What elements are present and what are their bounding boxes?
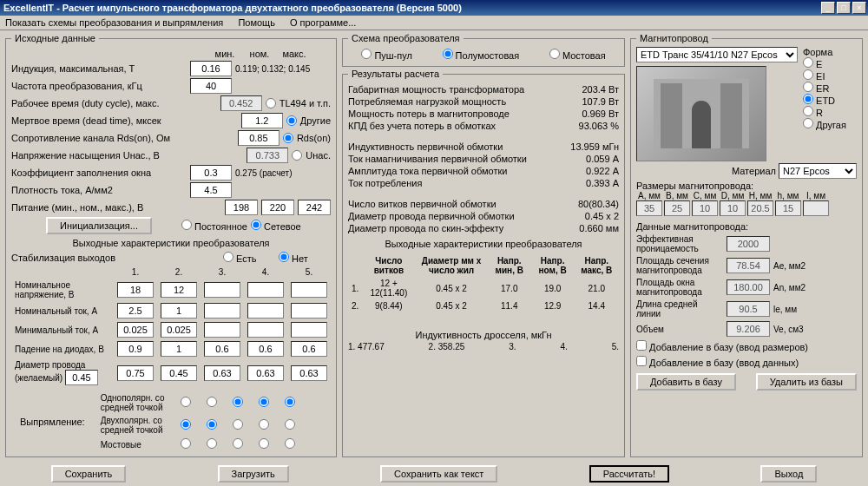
stab-no-radio[interactable]	[279, 252, 289, 262]
wire-3[interactable]	[204, 365, 240, 381]
wire-1[interactable]	[117, 365, 154, 381]
duty-tl494-radio[interactable]	[266, 98, 276, 108]
shape-e-radio[interactable]	[803, 57, 813, 68]
save-text-button[interactable]: Сохранить как текст	[380, 465, 497, 483]
minimize-button[interactable]: _	[821, 2, 835, 14]
vnom-5[interactable]	[291, 282, 327, 298]
inom-1[interactable]	[117, 303, 154, 319]
kfill-input[interactable]	[190, 165, 232, 181]
imin-5[interactable]	[291, 322, 327, 338]
rect3-3[interactable]	[233, 438, 243, 449]
rect2-4[interactable]	[259, 419, 269, 430]
rect1-1[interactable]	[181, 397, 191, 407]
wire-4[interactable]	[247, 365, 284, 381]
rect1-3[interactable]	[233, 397, 243, 407]
unas-input[interactable]	[247, 148, 288, 163]
scheme-push-radio[interactable]	[361, 49, 372, 59]
rect2-5[interactable]	[285, 419, 295, 430]
jdens-input[interactable]	[190, 182, 232, 198]
inom-3[interactable]	[204, 303, 240, 319]
calc-button[interactable]: Рассчитать!	[589, 465, 669, 483]
rect3-1[interactable]	[181, 438, 191, 449]
duty-input[interactable]	[220, 95, 262, 111]
ve-input[interactable]	[727, 321, 770, 337]
wire-5[interactable]	[291, 365, 327, 381]
close-button[interactable]: ×	[852, 2, 866, 14]
inom-5[interactable]	[291, 303, 327, 319]
exit-button[interactable]: Выход	[760, 465, 817, 483]
del-db-button[interactable]: Удалить из базы	[756, 373, 857, 391]
rect1-4[interactable]	[259, 397, 269, 407]
rect1-5[interactable]	[285, 397, 295, 407]
psu-min[interactable]	[225, 200, 258, 215]
size-b[interactable]	[664, 200, 690, 216]
dead-input[interactable]	[241, 113, 283, 128]
unas-radio[interactable]	[292, 150, 302, 161]
diode-3[interactable]	[204, 341, 240, 357]
scheme-full-radio[interactable]	[549, 49, 560, 59]
shape-etd-radio[interactable]	[803, 94, 813, 104]
size-d[interactable]	[720, 200, 746, 216]
diode-2[interactable]	[161, 341, 197, 357]
rect3-2[interactable]	[207, 438, 217, 449]
shape-other-radio[interactable]	[803, 118, 813, 128]
menu-schemes[interactable]: Показать схемы преобразования и выпрямле…	[5, 17, 223, 28]
freq-input[interactable]	[190, 78, 232, 94]
diode-1[interactable]	[117, 341, 154, 357]
induction-input[interactable]	[190, 61, 232, 76]
shape-r-radio[interactable]	[803, 106, 813, 116]
vnom-1[interactable]	[117, 282, 154, 298]
psu-nom[interactable]	[261, 200, 294, 215]
rect2-3[interactable]	[233, 419, 243, 430]
vnom-3[interactable]	[204, 282, 240, 298]
maximize-button[interactable]: □	[837, 2, 851, 14]
diode-5[interactable]	[291, 341, 327, 357]
size-c[interactable]	[692, 200, 718, 216]
rect2-1[interactable]	[181, 419, 191, 430]
mat-select[interactable]: N27 Epcos	[779, 163, 857, 179]
rds-radio[interactable]	[283, 133, 293, 143]
inom-2[interactable]	[161, 303, 197, 319]
src-mains-radio[interactable]	[251, 220, 261, 230]
rect3-5[interactable]	[285, 438, 295, 449]
le-input[interactable]	[727, 301, 770, 317]
load-button[interactable]: Загрузить	[218, 465, 289, 483]
dead-other-radio[interactable]	[286, 115, 297, 126]
size-h[interactable]	[775, 200, 801, 216]
imin-1[interactable]	[117, 322, 154, 338]
vnom-2[interactable]	[161, 282, 197, 298]
wire-2[interactable]	[161, 365, 197, 381]
pload-value: 107.9 Вт	[549, 96, 619, 107]
ae-input[interactable]	[727, 258, 770, 273]
rds-input[interactable]	[238, 130, 279, 146]
scheme-half-radio[interactable]	[443, 49, 453, 59]
rect3-4[interactable]	[259, 438, 269, 449]
rect2-2[interactable]	[207, 419, 217, 430]
shape-er-radio[interactable]	[803, 82, 813, 92]
menu-help[interactable]: Помощь	[238, 17, 275, 28]
size-i[interactable]	[803, 200, 829, 216]
imin-4[interactable]	[247, 322, 284, 338]
stab-yes-radio[interactable]	[223, 252, 233, 262]
rect1-2[interactable]	[207, 397, 217, 407]
an-input[interactable]	[727, 279, 770, 295]
add-db-button[interactable]: Добавить в базу	[636, 373, 736, 391]
imin-2[interactable]	[161, 322, 197, 338]
size-hh[interactable]	[747, 200, 773, 216]
size-a[interactable]	[636, 200, 662, 216]
save-button[interactable]: Сохранить	[51, 465, 127, 483]
add-data-checkbox[interactable]	[636, 356, 647, 366]
vnom-4[interactable]	[247, 282, 284, 298]
diode-4[interactable]	[247, 341, 284, 357]
menu-about[interactable]: О программе...	[290, 17, 356, 28]
wire-0[interactable]	[65, 370, 98, 385]
psu-max[interactable]	[298, 200, 331, 215]
core-select[interactable]: ETD Транс 35/41/10 N27 Epcos	[636, 47, 798, 62]
init-button[interactable]: Инициализация...	[46, 217, 152, 234]
inom-4[interactable]	[247, 303, 284, 319]
src-const-radio[interactable]	[181, 220, 192, 230]
perm-input[interactable]	[727, 236, 770, 252]
imin-3[interactable]	[204, 322, 240, 338]
shape-ei-radio[interactable]	[803, 69, 813, 80]
add-sizes-checkbox[interactable]	[636, 340, 647, 351]
